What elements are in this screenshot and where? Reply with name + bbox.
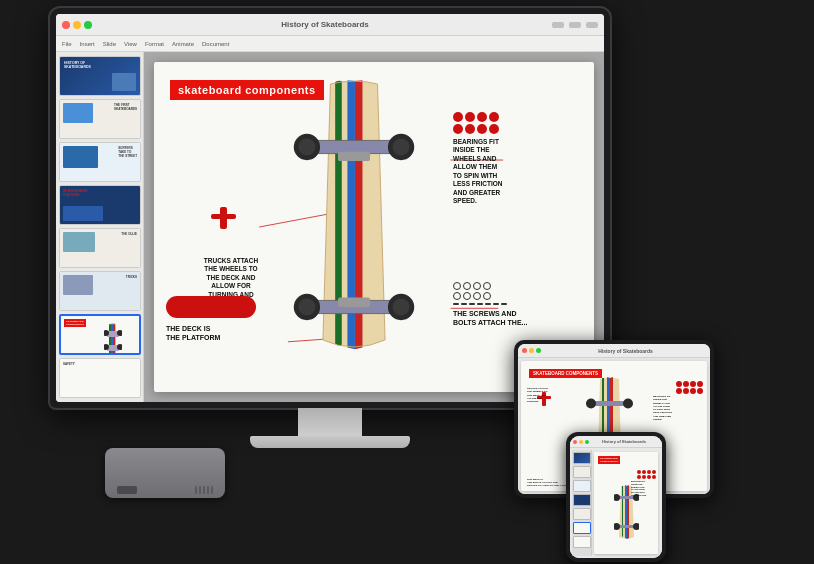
bearings-dots — [453, 112, 588, 134]
p-b-7 — [647, 475, 651, 479]
phone-thumb-1[interactable] — [573, 452, 591, 464]
ribbon-tab-file[interactable]: File — [62, 41, 72, 47]
slide-thumb-4[interactable]: SKATEBOARDCULTURE — [59, 185, 141, 225]
screws-lines — [453, 303, 588, 305]
phone-slide-area: SKATEBOARDCOMPONENTS — [592, 450, 660, 556]
tablet-truck-text: TRUCKS ATTACHTHE WHEELS TOTHE DECK ANDAL… — [527, 387, 548, 403]
phone-content: SKATEBOARDCOMPONENTS — [570, 448, 662, 558]
phone-minimize[interactable] — [579, 440, 583, 444]
p-b-3 — [647, 470, 651, 474]
deck-label: THE DECK ISTHE PLATFORM — [166, 324, 306, 342]
svg-point-41 — [633, 523, 639, 530]
slide-thumb-8[interactable]: SAFETY — [59, 358, 141, 398]
phone-thumb-6-active[interactable] — [573, 522, 591, 534]
p-b-1 — [637, 470, 641, 474]
vent-slot-5 — [211, 486, 213, 494]
phone-slide-panel — [572, 450, 592, 556]
screw-dot-5 — [453, 292, 461, 300]
p-b-5 — [637, 475, 641, 479]
toolbar-icon-2[interactable] — [569, 22, 581, 28]
truck-icon — [196, 202, 251, 241]
slide-thumb-2[interactable]: THE FIRSTSKATEBOARDS — [59, 99, 141, 139]
ribbon-tab-view[interactable]: View — [124, 41, 137, 47]
t-b-dot-4 — [697, 381, 703, 387]
svg-point-32 — [623, 399, 633, 409]
svg-point-23 — [393, 299, 410, 316]
p-b-2 — [642, 470, 646, 474]
p-b-8 — [652, 475, 656, 479]
tablet-bearings-text: BEARINGS FITINSIDE THEWHEELS ANDALLOW TH… — [653, 395, 705, 421]
phone-screen: History of Skateboards SKATEBOARDCOMPONE… — [570, 436, 662, 558]
traffic-lights — [62, 21, 92, 29]
p-b-4 — [652, 470, 656, 474]
ribbon-tab-insert[interactable]: Insert — [80, 41, 95, 47]
screw-dot-8 — [483, 292, 491, 300]
close-button[interactable] — [62, 21, 70, 29]
t-b-dot-6 — [683, 388, 689, 394]
phone-slide-title: SKATEBOARDCOMPONENTS — [598, 456, 620, 464]
phone-close[interactable] — [573, 440, 577, 444]
maximize-button[interactable] — [84, 21, 92, 29]
slide-thumb-7[interactable]: skateboardcomponents — [59, 314, 141, 355]
slide-thumb-5[interactable]: THE OLLIE — [59, 228, 141, 268]
tablet-window-title: History of Skateboards — [545, 348, 706, 354]
phone-toolbar: History of Skateboards — [570, 436, 662, 448]
mac-mini-power-indicator — [117, 486, 137, 494]
ribbon-tab-animate[interactable]: Animate — [172, 41, 194, 47]
tablet-close[interactable] — [522, 348, 527, 353]
svg-point-16 — [298, 139, 315, 156]
bearing-dot-6 — [465, 124, 475, 134]
ribbon-tab-slide[interactable]: Slide — [103, 41, 116, 47]
bearing-dot-3 — [477, 112, 487, 122]
phone-bearings-text: BEARINGS FITINSIDE THEWHEELS ANDALLOW TH… — [631, 480, 657, 497]
toolbar-icon-1[interactable] — [552, 22, 564, 28]
vent-slot-2 — [199, 486, 201, 494]
slide-panel[interactable]: HISTORY OFSKATEBOARDS THE FIRSTSKATEBOAR… — [56, 52, 144, 402]
phone-thumb-2[interactable] — [573, 466, 591, 478]
deck-icon — [166, 296, 256, 318]
phone-thumb-7[interactable] — [573, 536, 591, 548]
svg-rect-25 — [338, 298, 370, 307]
window-title: History of Skateboards — [102, 20, 548, 29]
annotation-trucks: TRUCKS ATTACHTHE WHEELS TOTHE DECK ANDAL… — [166, 167, 296, 316]
bearing-dot-4 — [489, 112, 499, 122]
toolbar-icon-3[interactable] — [586, 22, 598, 28]
annotation-bearings: BEARINGS FITINSIDE THEWHEELS ANDALLOW TH… — [453, 112, 588, 206]
phone-title: History of Skateboards — [589, 439, 659, 444]
t-b-dot-5 — [676, 388, 682, 394]
phone-thumb-5[interactable] — [573, 508, 591, 520]
screw-line-1 — [453, 303, 459, 305]
monitor-stand-base — [250, 436, 410, 448]
minimize-button[interactable] — [73, 21, 81, 29]
bearing-dot-5 — [453, 124, 463, 134]
phone-thumb-4[interactable] — [573, 494, 591, 506]
t-b-dot-2 — [683, 381, 689, 387]
bearing-dot-2 — [465, 112, 475, 122]
screw-dot-4 — [483, 282, 491, 290]
ribbon-tab-document[interactable]: Document — [202, 41, 229, 47]
tablet-deck-text: THE DECK ISAND BOLTS ATTACH THETRUCKS TO… — [527, 478, 569, 487]
screw-line-7 — [501, 303, 507, 305]
screw-dot-2 — [463, 282, 471, 290]
ribbon-tab-format[interactable]: Format — [145, 41, 164, 47]
tablet-maximize[interactable] — [536, 348, 541, 353]
p-b-6 — [642, 475, 646, 479]
slide-thumb-3[interactable]: SURFERSTAKE TOTHE STREET — [59, 142, 141, 182]
slide-thumb-6[interactable]: TRICKS — [59, 271, 141, 311]
phone-keynote-ui: History of Skateboards SKATEBOARDCOMPONE… — [570, 436, 662, 558]
screw-line-4 — [477, 303, 483, 305]
svg-rect-30 — [594, 401, 625, 406]
toolbar-icons — [552, 22, 598, 28]
screws-label: THE SCREWS ANDBOLTS ATTACH THE... — [453, 309, 588, 327]
inside-the-text: INSIDE THE — [453, 146, 489, 153]
phone-thumb-3[interactable] — [573, 480, 591, 492]
svg-point-31 — [586, 399, 596, 409]
svg-rect-24 — [338, 152, 370, 161]
tablet-minimize[interactable] — [529, 348, 534, 353]
vent-slot-3 — [203, 486, 205, 494]
screw-dot-3 — [473, 282, 481, 290]
slide-thumb-1[interactable]: HISTORY OFSKATEBOARDS — [59, 56, 141, 96]
t-b-dot-1 — [676, 381, 682, 387]
phone-bearing-dots — [637, 470, 656, 479]
screw-line-3 — [469, 303, 475, 305]
